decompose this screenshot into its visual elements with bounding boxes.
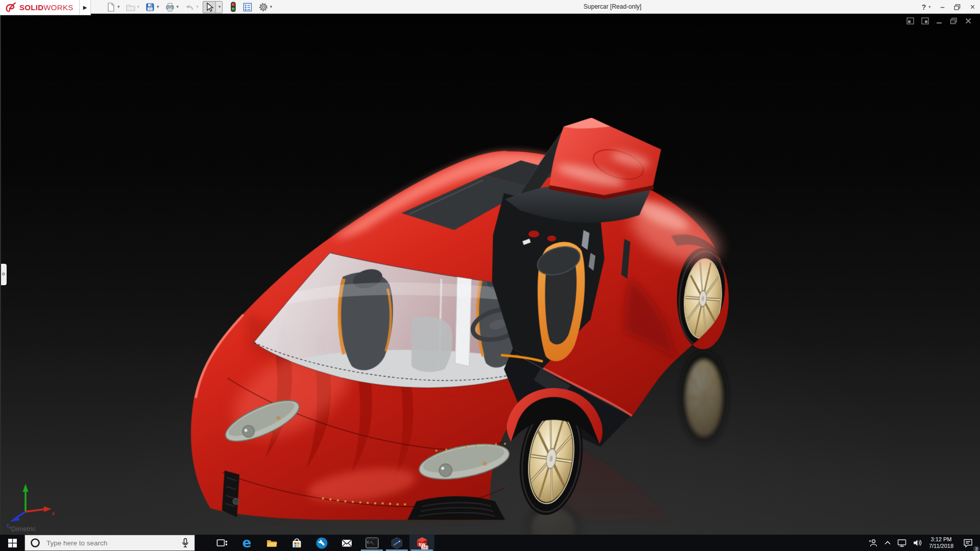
command-prompt-button[interactable]: C:\_ <box>359 535 384 551</box>
start-button[interactable] <box>0 535 24 551</box>
document-close-icon[interactable] <box>965 17 972 24</box>
people-icon <box>868 538 878 548</box>
view-orientation-label: *Dimetric <box>9 525 36 533</box>
command-prompt-icon: C:\_ <box>365 537 379 548</box>
document-window-right-icon[interactable] <box>921 17 929 24</box>
task-view-button[interactable] <box>209 535 234 551</box>
restore-button[interactable] <box>954 4 961 10</box>
document-window-left-icon[interactable] <box>906 17 914 24</box>
tray-time: 3:12 PM <box>931 536 952 542</box>
help-button[interactable]: ? <box>922 3 926 11</box>
standard-toolbar: ▾ ▾ ▾ ▾ <box>104 1 276 13</box>
new-document-button[interactable]: ▾ <box>104 1 121 13</box>
speaker-icon <box>912 538 922 547</box>
chevron-up-icon <box>884 539 892 547</box>
print-button[interactable]: ▾ <box>163 1 181 13</box>
microphone-icon[interactable] <box>181 538 189 548</box>
edge-icon: e <box>242 536 252 549</box>
select-tool-dropdown[interactable]: ▾ <box>215 2 222 13</box>
panel-tab-dot <box>2 272 5 276</box>
system-tray: 3:12 PM 7/11/2018 3 <box>866 535 980 551</box>
wrench-circle-icon <box>315 537 328 549</box>
solidworks-2017-button[interactable]: SW 2017 <box>409 535 434 551</box>
mail-icon <box>340 537 353 549</box>
y-axis-arrow <box>23 484 29 492</box>
network-button[interactable] <box>894 535 910 551</box>
file-properties-button[interactable] <box>241 1 254 13</box>
document-minimize-icon[interactable] <box>936 17 943 24</box>
brand-text: SOLIDWORKS <box>19 3 74 12</box>
document-window-controls <box>906 17 972 24</box>
x-axis-arrow <box>44 507 52 512</box>
file-explorer-icon <box>265 537 278 549</box>
wrench-app-button[interactable] <box>309 535 334 551</box>
volume-button[interactable] <box>910 535 925 551</box>
hexagon-app-button[interactable] <box>384 535 409 551</box>
taskbar-apps: e <box>209 535 434 551</box>
mail-button[interactable] <box>334 535 359 551</box>
save-floppy-icon <box>145 2 155 12</box>
clock[interactable]: 3:12 PM 7/11/2018 <box>925 535 958 551</box>
people-button[interactable] <box>866 535 881 551</box>
solidworks-logo: SOLIDWORKS <box>0 0 80 15</box>
menu-flyout-button[interactable]: ▶ <box>80 0 91 15</box>
undo-button[interactable]: ▾ <box>183 1 200 13</box>
window-controls: ? ▾ – × <box>922 0 975 14</box>
svg-text:2017: 2017 <box>422 546 428 549</box>
show-hidden-icons-button[interactable] <box>881 535 894 551</box>
rebuild-traffic-light-icon <box>230 2 237 12</box>
task-view-icon <box>215 537 228 549</box>
file-properties-icon <box>242 2 253 12</box>
close-button[interactable]: × <box>970 3 975 12</box>
open-button[interactable]: ▾ <box>124 1 141 13</box>
orientation-triad: x z <box>4 481 57 528</box>
store-button[interactable] <box>284 535 309 551</box>
side-vent <box>222 470 239 517</box>
edge-button[interactable]: e <box>234 535 259 551</box>
taskbar-search[interactable] <box>24 535 195 551</box>
help-dropdown[interactable]: ▾ <box>928 5 930 9</box>
undo-arrow-icon <box>184 2 194 12</box>
action-center-icon <box>963 538 973 548</box>
select-tool-button[interactable]: ▾ <box>203 1 223 13</box>
solidworks-2017-icon: SW 2017 <box>415 536 429 549</box>
x-axis-label: x <box>52 510 55 517</box>
cortana-ring-icon[interactable] <box>30 538 40 548</box>
title-bar: SOLIDWORKS ▶ ▾ ▾ ▾ <box>0 0 980 14</box>
file-explorer-button[interactable] <box>259 535 284 551</box>
options-gear-icon <box>258 2 268 12</box>
document-restore-icon[interactable] <box>950 17 958 24</box>
open-folder-icon <box>126 2 136 12</box>
action-center-button[interactable]: 3 <box>958 535 978 551</box>
hexagon-app-icon <box>390 537 403 549</box>
search-input[interactable] <box>45 539 176 547</box>
store-icon <box>290 537 303 549</box>
svg-text:C:\_: C:\_ <box>367 540 375 544</box>
tray-date: 7/11/2018 <box>929 543 953 549</box>
feature-panel-tab[interactable] <box>1 264 7 285</box>
new-document-icon <box>106 2 116 12</box>
print-icon <box>165 2 175 12</box>
notification-badge: 3 <box>973 545 980 551</box>
car-model-canvas[interactable] <box>1 14 980 535</box>
options-button[interactable]: ▾ <box>257 1 274 13</box>
ds-swoosh-icon <box>4 2 17 13</box>
select-cursor-icon <box>204 2 214 12</box>
rebuild-button[interactable] <box>228 1 238 13</box>
windows-taskbar: e <box>0 535 980 551</box>
windows-logo-icon <box>8 539 17 547</box>
network-icon <box>897 538 907 547</box>
document-title: Supercar [Read-only] <box>561 3 664 10</box>
save-button[interactable]: ▾ <box>143 1 161 13</box>
graphics-viewport[interactable]: x z *Dimetric <box>0 14 980 535</box>
minimize-button[interactable]: – <box>940 3 944 11</box>
